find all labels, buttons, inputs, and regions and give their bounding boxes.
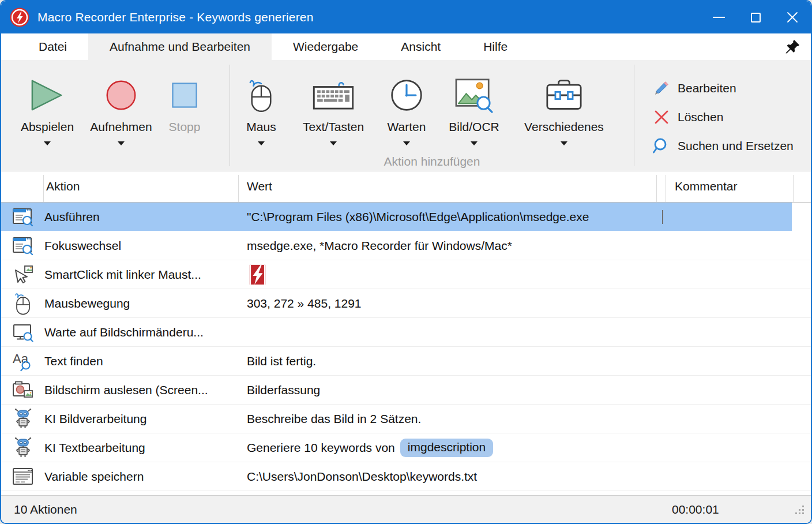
action-count: 10 Aktionen bbox=[14, 503, 77, 516]
suchen-und-ersetzen-label: Suchen und Ersetzen bbox=[678, 139, 794, 153]
action-cell: Mausbewegung bbox=[44, 297, 238, 310]
value-text: Generiere 10 keywords von bbox=[247, 441, 395, 455]
value-cell: C:\Users\JonDonson\Desktop\keywords.txt bbox=[238, 470, 811, 484]
abspielen-button[interactable]: Abspielen bbox=[9, 60, 85, 171]
search-icon bbox=[653, 137, 670, 155]
value-cell: msedge.exe, *Macro Recorder für Windows/… bbox=[238, 239, 811, 253]
action-cell: Variable speichern bbox=[44, 470, 238, 484]
app-logo-icon bbox=[9, 7, 30, 28]
value-text: "C:\Program Files (x86)\Microsoft\Edge\A… bbox=[247, 210, 589, 224]
aufnehmen-label: Aufnehmen bbox=[90, 120, 152, 134]
table-row-fokuswechsel[interactable]: Fokuswechselmsedge.exe, *Macro Recorder … bbox=[1, 231, 811, 260]
monitor-search-icon bbox=[1, 321, 44, 344]
stopp-label: Stopp bbox=[169, 120, 201, 134]
action-cell: Text finden bbox=[44, 354, 238, 368]
action-cell: KI Bildverarbeitung bbox=[44, 412, 238, 426]
column-divider[interactable] bbox=[238, 175, 239, 202]
tab-hilfe[interactable]: Hilfe bbox=[462, 33, 529, 60]
table-row-smartclick-mit-linker-maust[interactable]: SmartClick mit linker Maust... bbox=[1, 260, 811, 289]
table-row-variable-speichern[interactable]: Variable speichernC:\Users\JonDonson\Des… bbox=[1, 462, 811, 491]
table-row-bildschirm-auslesen-screen[interactable]: Bildschirm auslesen (Screen...Bilderfass… bbox=[1, 376, 811, 405]
value-cell: "C:\Program Files (x86)\Microsoft\Edge\A… bbox=[238, 210, 811, 224]
variable-chip: imgdescription bbox=[400, 439, 493, 457]
record-icon bbox=[105, 74, 137, 117]
cursor-image-icon bbox=[1, 263, 44, 286]
close-button[interactable] bbox=[774, 1, 811, 33]
text-search-icon bbox=[1, 350, 44, 373]
value-cell: Beschreibe das Bild in 2 Sätzen. bbox=[238, 412, 811, 426]
column-divider[interactable] bbox=[666, 175, 666, 202]
column-divider[interactable] bbox=[793, 175, 794, 202]
table-row-ki-textbearbeitung[interactable]: KI TextbearbeitungGeneriere 10 keywords … bbox=[1, 433, 811, 462]
gap-strip bbox=[1, 491, 811, 495]
bearbeiten-label: Bearbeiten bbox=[678, 81, 736, 95]
table-row-mausbewegung[interactable]: Mausbewegung303, 272 » 485, 1291 bbox=[1, 289, 811, 318]
mouse-icon bbox=[248, 74, 275, 117]
delete-x-icon bbox=[653, 108, 670, 126]
column-header-kommentar[interactable]: Kommentar bbox=[675, 179, 738, 193]
stopp-button[interactable]: Stopp bbox=[157, 60, 212, 171]
chevron-down-icon[interactable] bbox=[118, 141, 125, 145]
image-search-icon bbox=[453, 74, 495, 117]
chevron-down-icon[interactable] bbox=[561, 141, 567, 145]
window-lines-icon bbox=[1, 465, 44, 488]
table-row-ausf-hren[interactable]: Ausführen"C:\Program Files (x86)\Microso… bbox=[1, 203, 811, 231]
aufnehmen-button[interactable]: Aufnehmen bbox=[85, 60, 157, 171]
chevron-down-icon[interactable] bbox=[330, 141, 337, 145]
red-bolt-icon bbox=[247, 264, 269, 286]
column-header-aktion[interactable]: Aktion bbox=[46, 179, 80, 193]
table-row-ki-bildverarbeitung[interactable]: KI BildverarbeitungBeschreibe das Bild i… bbox=[1, 405, 811, 433]
verschiedenes-label: Verschiedenes bbox=[524, 120, 604, 134]
column-divider[interactable] bbox=[43, 175, 44, 202]
chevron-down-icon[interactable] bbox=[471, 141, 478, 145]
value-text: Bild ist fertig. bbox=[247, 354, 316, 368]
action-cell: Ausführen bbox=[44, 210, 238, 224]
briefcase-icon bbox=[543, 74, 585, 117]
value-text: 303, 272 » 485, 1291 bbox=[247, 297, 362, 310]
abspielen-label: Abspielen bbox=[21, 120, 74, 134]
tab-aufnahme-und-bearbeiten[interactable]: Aufnahme und Bearbeiten bbox=[88, 33, 272, 60]
chevron-down-icon[interactable] bbox=[44, 141, 51, 145]
maus-label: Maus bbox=[246, 120, 276, 134]
robot-icon bbox=[1, 407, 44, 431]
table-row-text-finden[interactable]: Text findenBild ist fertig. bbox=[1, 347, 811, 376]
value-text: Bilderfassung bbox=[247, 383, 320, 397]
value-cell bbox=[238, 264, 811, 286]
robot-icon bbox=[1, 436, 44, 459]
chevron-down-icon[interactable] bbox=[258, 141, 265, 145]
resize-grip-icon[interactable] bbox=[795, 505, 805, 515]
column-header-wert[interactable]: Wert bbox=[247, 179, 272, 193]
warten-label: Warten bbox=[388, 120, 426, 134]
value-text: Beschreibe das Bild in 2 Sätzen. bbox=[247, 412, 421, 426]
app-window: Macro Recorder Enterprise - Keywords gen… bbox=[0, 0, 812, 524]
pencil-icon bbox=[653, 80, 670, 97]
tab-ansicht[interactable]: Ansicht bbox=[379, 33, 462, 60]
maximize-button[interactable] bbox=[737, 1, 774, 33]
app-window-search-icon bbox=[1, 234, 44, 257]
clock-icon bbox=[389, 74, 424, 117]
suchen-und-ersetzen-button[interactable]: Suchen und Ersetzen bbox=[653, 132, 811, 160]
action-cell: Warte auf Bildschirmänderu... bbox=[44, 325, 238, 339]
duration: 00:00:01 bbox=[672, 503, 719, 516]
edit-group: BearbeitenLöschenSuchen und Ersetzen bbox=[634, 60, 811, 171]
pin-icon[interactable] bbox=[784, 39, 800, 55]
tab-wiedergabe[interactable]: Wiedergabe bbox=[272, 33, 379, 60]
minimize-button[interactable] bbox=[700, 1, 737, 33]
maximize-icon bbox=[751, 13, 761, 23]
chevron-down-icon[interactable] bbox=[403, 141, 410, 145]
action-cell: Bildschirm auslesen (Screen... bbox=[44, 383, 238, 397]
value-cell: Bild ist fertig. bbox=[238, 354, 811, 368]
bild-ocr-label: Bild/OCR bbox=[449, 120, 499, 134]
l-schen-button[interactable]: Löschen bbox=[653, 103, 811, 132]
text-caret bbox=[662, 210, 663, 224]
minimize-icon bbox=[713, 17, 725, 18]
title-bar[interactable]: Macro Recorder Enterprise - Keywords gen… bbox=[1, 1, 811, 33]
tab-datei[interactable]: Datei bbox=[17, 33, 88, 60]
column-divider[interactable] bbox=[656, 175, 657, 202]
bearbeiten-button[interactable]: Bearbeiten bbox=[653, 74, 811, 103]
table-row-warte-auf-bildschirm-nderu[interactable]: Warte auf Bildschirmänderu... bbox=[1, 318, 811, 347]
ribbon-tab-bar: DateiAufnahme und BearbeitenWiedergabeAn… bbox=[1, 33, 811, 60]
value-text: C:\Users\JonDonson\Desktop\keywords.txt bbox=[247, 470, 477, 484]
action-cell: Fokuswechsel bbox=[44, 239, 238, 253]
play-icon bbox=[31, 74, 64, 117]
